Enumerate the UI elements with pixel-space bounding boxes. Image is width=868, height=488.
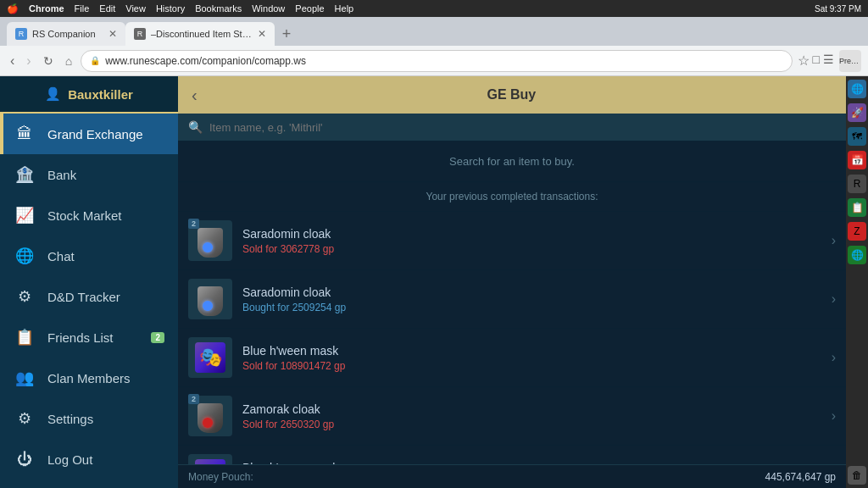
refresh-button[interactable]: ↻ <box>40 51 57 71</box>
search-hint: Search for an item to buy. <box>178 141 846 182</box>
sidebar-item-label-logout: Log Out <box>47 452 92 467</box>
item-name: Zamorak cloak <box>242 402 825 416</box>
sidebar-item-friends-list[interactable]: 📋 Friends List 2 <box>0 317 178 358</box>
dock-icon-7[interactable]: Z <box>848 222 866 241</box>
search-bar: 🔍 <box>178 114 846 141</box>
tab-favicon-disc: R <box>134 28 146 40</box>
bookmarks-menu[interactable]: Bookmarks <box>195 3 242 14</box>
new-tab-button[interactable]: + <box>275 22 298 46</box>
ext-label: Predvolený pro... <box>839 57 861 65</box>
history-menu[interactable]: History <box>156 3 185 14</box>
sidebar-item-stock-market[interactable]: 📈 Stock Market <box>0 195 178 236</box>
dock-icon-trash[interactable]: 🗑 <box>848 466 866 485</box>
logout-icon: ⏻ <box>14 448 36 470</box>
file-menu[interactable]: File <box>75 3 90 14</box>
forward-button[interactable]: › <box>23 50 34 72</box>
sidebar-item-label-friends: Friends List <box>47 330 114 345</box>
apple-icon[interactable]: 🍎 <box>7 3 19 14</box>
tab-discontinued[interactable]: R –Discontinued Item Status: ✕ <box>125 22 275 46</box>
sidebar-item-label-dd: D&D Tracker <box>47 290 120 304</box>
blue-hwmask-icon: 🎭 <box>195 342 225 373</box>
dock-icon-5[interactable]: R <box>848 175 866 193</box>
star-icon[interactable]: ☆ <box>798 53 810 69</box>
content-title: GE Buy <box>208 87 815 103</box>
username: Bauxtkiller <box>68 87 133 102</box>
transaction-item[interactable]: 2 Zamorak cloak Sold for 2650320 gp › <box>178 387 846 446</box>
saradomin-cloak-icon <box>195 224 225 258</box>
extension-button[interactable]: Predvolený pro... <box>839 50 861 72</box>
saradomin-cloak-icon <box>195 282 225 316</box>
tab-icon[interactable]: □ <box>813 53 820 69</box>
sidebar-item-dd-tracker[interactable]: ⚙ D&D Tracker <box>0 276 178 317</box>
content-back-button[interactable]: ‹ <box>192 86 198 103</box>
item-badge: 2 <box>188 394 199 404</box>
transactions-area: Search for an item to buy. Your previous… <box>178 141 846 464</box>
chevron-right-icon: › <box>832 291 836 307</box>
app-container: 👤 Bauxtkiller 🏛 Grand Exchange 🏦 Bank 📈 … <box>0 76 868 488</box>
sidebar-nav: 🏛 Grand Exchange 🏦 Bank 📈 Stock Market 🌐… <box>0 114 178 488</box>
sidebar-item-clan-members[interactable]: 👥 Clan Members <box>0 358 178 398</box>
bank-icon: 🏦 <box>14 164 36 186</box>
tab-bar: R RS Companion ✕ R –Discontinued Item St… <box>0 17 868 46</box>
zamorak-cloak-icon <box>195 399 225 433</box>
item-details: Saradomin cloak Sold for 3062778 gp <box>242 227 825 255</box>
prev-transactions-label: Your previous completed transactions: <box>178 182 846 212</box>
sidebar-item-bank[interactable]: 🏦 Bank <box>0 154 178 195</box>
sidebar-item-settings[interactable]: ⚙ Settings <box>0 398 178 439</box>
window-menu[interactable]: Window <box>252 3 285 14</box>
transaction-item[interactable]: 🎭 Blue h'ween mask Sold for 108901472 gp… <box>178 329 846 387</box>
dock-icon-2[interactable]: 🚀 <box>848 103 866 122</box>
item-details: Zamorak cloak Sold for 2650320 gp <box>242 402 825 430</box>
tab-label-disc: –Discontinued Item Status: <box>151 29 253 39</box>
transaction-item[interactable]: Saradomin cloak Bought for 2509254 gp › <box>178 270 846 329</box>
sidebar-item-label-stock: Stock Market <box>47 208 122 223</box>
transaction-item[interactable]: 2 Saradomin cloak Sold for 3062778 gp › <box>178 212 846 270</box>
item-price: Sold for 3062778 gp <box>242 243 825 255</box>
view-menu[interactable]: View <box>125 3 146 14</box>
dock-icon-6[interactable]: 📋 <box>848 198 866 217</box>
settings-icon: ⚙ <box>14 408 36 430</box>
item-name: Saradomin cloak <box>242 227 825 241</box>
url-actions: ☆ □ ☰ <box>798 53 834 69</box>
footer-bar: Money Pouch: 445,674,647 gp <box>178 464 846 488</box>
footer-label: Money Pouch: <box>188 471 253 483</box>
edit-menu[interactable]: Edit <box>99 3 115 14</box>
sidebar-item-label-clan: Clan Members <box>47 371 131 385</box>
tab-rs-companion[interactable]: R RS Companion ✕ <box>7 22 125 46</box>
stock-market-icon: 📈 <box>14 204 36 226</box>
clan-icon: 👥 <box>14 367 36 389</box>
dock-icon-8[interactable]: 🌐 <box>848 246 866 264</box>
footer-amount: 445,674,647 gp <box>765 471 836 483</box>
menu-icon[interactable]: ☰ <box>823 53 834 69</box>
transaction-item[interactable]: 🎭 Blue h'ween mask Bought for 109146583 … <box>178 446 846 464</box>
url-box[interactable]: 🔒 www.runescape.com/companion/comapp.ws <box>81 50 792 72</box>
sidebar-item-label-chat: Chat <box>47 249 75 263</box>
address-bar: ‹ › ↻ ⌂ 🔒 www.runescape.com/companion/co… <box>0 46 868 76</box>
chrome-menu[interactable]: Chrome <box>29 3 64 14</box>
home-button[interactable]: ⌂ <box>62 51 75 71</box>
item-details: Saradomin cloak Bought for 2509254 gp <box>242 286 825 313</box>
user-icon: 👤 <box>45 86 61 102</box>
item-price: Bought for 2509254 gp <box>242 302 825 313</box>
tracker-icon: ⚙ <box>14 286 36 308</box>
tab-favicon-rs: R <box>15 28 27 40</box>
blue-hwmask-icon: 🎭 <box>195 459 225 464</box>
people-menu[interactable]: People <box>295 3 324 14</box>
tab-close-rs[interactable]: ✕ <box>108 28 117 40</box>
sidebar-item-logout[interactable]: ⏻ Log Out <box>0 439 178 480</box>
back-button[interactable]: ‹ <box>7 50 18 72</box>
sidebar: 👤 Bauxtkiller 🏛 Grand Exchange 🏦 Bank 📈 … <box>0 76 178 488</box>
dock-icon-3[interactable]: 🗺 <box>848 127 866 146</box>
sidebar-item-grand-exchange[interactable]: 🏛 Grand Exchange <box>0 114 178 154</box>
sidebar-item-chat[interactable]: 🌐 Chat <box>0 236 178 276</box>
dock-icon-1[interactable]: 🌐 <box>848 80 866 98</box>
item-name: Blue h'ween mask <box>242 461 825 465</box>
dock-icon-4[interactable]: 📅 <box>848 151 866 169</box>
tab-close-disc[interactable]: ✕ <box>258 28 266 40</box>
search-input[interactable] <box>209 121 836 134</box>
search-icon: 🔍 <box>188 120 203 134</box>
help-menu[interactable]: Help <box>335 3 354 14</box>
item-price: Sold for 108901472 gp <box>242 360 825 372</box>
mac-os-bar: 🍎 Chrome File Edit View History Bookmark… <box>0 0 868 17</box>
sidebar-item-label-bank: Bank <box>47 168 76 182</box>
